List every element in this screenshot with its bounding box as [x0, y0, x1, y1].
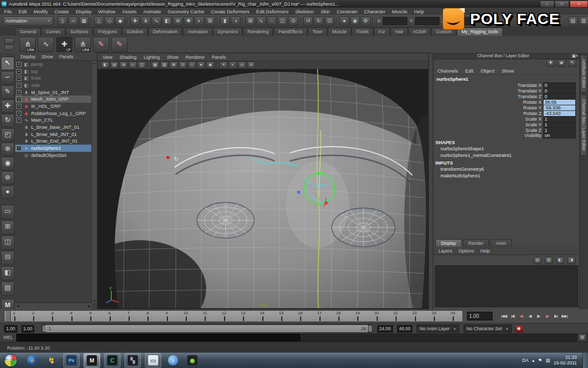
shelf-tab-animation[interactable]: Animation — [183, 28, 212, 36]
shelf-joint-tool-button[interactable]: ⋔ LRA — [19, 37, 36, 52]
menu-muscle[interactable]: Muscle — [392, 9, 407, 14]
layer-tab-display[interactable]: Display — [435, 239, 462, 247]
channels-menu[interactable]: Channels — [437, 68, 458, 74]
current-time-field[interactable]: 1.00 — [467, 312, 493, 320]
frame-14[interactable]: 14 — [253, 311, 272, 321]
character-set-dropdown[interactable]: No Character Set ▼ — [463, 325, 511, 333]
playback-end-field[interactable]: 24.00 — [377, 325, 393, 333]
scroll-right-icon[interactable]: ▶ — [87, 304, 92, 308]
taskbar-photoshop-icon[interactable]: Ps — [63, 353, 80, 367]
expand-icon[interactable]: + — [16, 62, 21, 67]
layout-split-lr-button[interactable]: ◫ — [1, 236, 14, 250]
panel-close-icon[interactable]: × — [576, 53, 578, 58]
panel-popout-icon[interactable]: ▣ — [572, 53, 576, 58]
show-desktop-button[interactable] — [582, 353, 588, 368]
frame-5[interactable]: 5 — [81, 311, 100, 321]
outliner-vertical-scrollbar[interactable]: ▲ ▼ — [91, 61, 97, 303]
shelf-tab-curves[interactable]: Curves — [41, 28, 65, 36]
render-current-frame-button[interactable]: ● — [339, 16, 349, 26]
frame-8[interactable]: 8 — [138, 311, 157, 321]
frame-19[interactable]: 19 — [348, 311, 367, 321]
frame-20[interactable]: 20 — [367, 311, 386, 321]
menu-modify[interactable]: Modify — [34, 9, 48, 14]
shelf-tab-toon[interactable]: Toon — [308, 28, 327, 36]
perspective-viewport[interactable]: View Shading Lighting Show Renderer Pane… — [97, 53, 429, 309]
outliner-item-nurbssphere1[interactable]: + ● nurbsSphere1 — [15, 145, 92, 152]
channel-speed-icon[interactable]: ◉ — [557, 59, 566, 67]
viewport-menu-shading[interactable]: Shading — [119, 55, 136, 60]
expand-icon[interactable]: + — [16, 111, 21, 116]
mask-dynamics-button[interactable]: ✱ — [184, 16, 193, 26]
frame-1[interactable]: 1 — [5, 311, 23, 321]
ipr-render-button[interactable]: ◉ — [350, 16, 360, 26]
frame-10[interactable]: 10 — [176, 311, 195, 321]
previous-frame-button[interactable]: ◀| — [517, 312, 525, 320]
frame-17[interactable]: 17 — [310, 311, 329, 321]
shelf-cp-tool-button[interactable]: ✚ CP — [56, 37, 72, 52]
safe-title-button[interactable]: ⊡ — [179, 61, 187, 69]
timeline-ruler[interactable]: 1 2 3 4 5 6 7 8 9 10 11 12 13 14 15 16 1… — [4, 310, 463, 322]
expand-icon[interactable]: + — [16, 76, 21, 81]
lasso-tool-button[interactable]: ∽ — [1, 71, 14, 84]
scroll-up-icon[interactable]: ▲ — [92, 61, 97, 65]
shelf-paint-weights-2-button[interactable]: ✎ — [111, 37, 128, 52]
expand-icon[interactable]: + — [16, 146, 21, 151]
menu-animate[interactable]: Animate — [143, 9, 161, 14]
shelf-tab-painteffects[interactable]: PaintEffects — [274, 28, 307, 36]
expand-icon[interactable]: + — [16, 69, 21, 74]
language-indicator[interactable]: DA — [522, 358, 529, 363]
input-node-makenurbsphere1[interactable]: makeNurbSphere1 — [433, 173, 580, 179]
outliner-item-m-spine-01-jnt[interactable]: + ⋔ M_Spine_01_JNT — [15, 89, 92, 96]
shelf-tab-deformation[interactable]: Deformation — [148, 28, 182, 36]
taskbar-mudbox-icon[interactable]: ▚ — [125, 353, 141, 367]
frame-13[interactable]: 13 — [234, 311, 253, 321]
expand-icon[interactable]: + — [16, 104, 21, 109]
start-button[interactable] — [4, 354, 17, 367]
outliner-item-side[interactable]: + ◧ side — [15, 82, 92, 89]
new-layer-from-selected-button[interactable]: ◨ — [567, 257, 575, 264]
frame-18[interactable]: 18 — [329, 311, 348, 321]
play-backwards-button[interactable]: ◀ — [526, 312, 534, 320]
outliner-item-l-brow-end-jnt-01[interactable]: ⋔ L_Brow_End_JNT_01 — [15, 138, 92, 145]
menu-skin[interactable]: Skin — [321, 9, 330, 14]
shape-node-normalconstraint1[interactable]: nurbsSphere1_normalConstraint1 — [433, 152, 580, 159]
shelf-curve-tool-button[interactable]: ∿ — [38, 37, 54, 52]
anim-layer-dropdown[interactable]: No Anim Layer ▼ — [416, 325, 459, 333]
tab-attribute-editor[interactable]: Attribute Editor — [580, 55, 587, 93]
taskbar-clock[interactable]: 21:33 15-02-2011 — [554, 355, 577, 366]
shelf-tab-polygons[interactable]: Polygons — [93, 28, 121, 36]
frame-3[interactable]: 3 — [43, 311, 62, 321]
mask-joints-button[interactable]: ⋔ — [141, 16, 151, 26]
animation-end-field[interactable]: 48.00 — [397, 325, 413, 333]
viewport-menu-view[interactable]: View — [103, 55, 112, 60]
viewport-menu-show[interactable]: Show — [167, 55, 179, 60]
outliner-item-persp[interactable]: + ◧ persp — [15, 61, 92, 68]
output-connections-button[interactable]: ↻ — [314, 16, 324, 26]
outliner-item-mesh-john-grp[interactable]: + ◆ Mesh_John_GRP — [15, 96, 92, 103]
taskbar-firefox-icon[interactable]: e — [24, 354, 40, 367]
outliner-menu-display[interactable]: Display — [20, 54, 36, 59]
render-settings-button[interactable]: ⚙ — [361, 16, 371, 26]
range-inner-bar[interactable]: 1 24 — [45, 325, 369, 332]
mask-surfaces-button[interactable]: ◧ — [162, 16, 172, 26]
go-to-start-button[interactable]: |◀◀ — [500, 312, 508, 320]
taskbar-camtasia-icon[interactable]: C — [104, 353, 120, 367]
construction-history-button[interactable]: ⊡ — [325, 16, 334, 26]
channel-value-field[interactable]: on — [543, 132, 576, 139]
frame-2[interactable]: 2 — [23, 311, 42, 321]
menu-edit[interactable]: Edit — [18, 9, 27, 14]
shelf-tab-rendering[interactable]: Rendering — [243, 28, 274, 36]
frame-23[interactable]: 23 — [424, 311, 443, 321]
outliner-item-ik-hdl-grp[interactable]: + ◆ IK_HDL_GRP — [15, 103, 92, 110]
snap-plane-button[interactable]: ◫ — [278, 16, 287, 26]
viewport-menu-panels[interactable]: Panels — [212, 55, 226, 60]
layout-single-pane-button[interactable]: ▭ — [1, 205, 14, 219]
outliner-item-front[interactable]: + ◧ front — [15, 75, 92, 82]
outliner-item-top[interactable]: + ◧ top — [15, 68, 92, 75]
x-input-field[interactable] — [383, 17, 407, 25]
layer-list[interactable] — [435, 265, 578, 307]
outliner-item-robberhose-leg-l-grp[interactable]: + ◆ Robberhose_Leg_L_GRP — [15, 110, 92, 117]
shelf-lra-tool-button[interactable]: ⋔ LRA — [75, 37, 91, 52]
mel-language-toggle[interactable]: MEL — [0, 333, 16, 342]
paint-select-tool-button[interactable]: ✎ — [1, 85, 14, 99]
